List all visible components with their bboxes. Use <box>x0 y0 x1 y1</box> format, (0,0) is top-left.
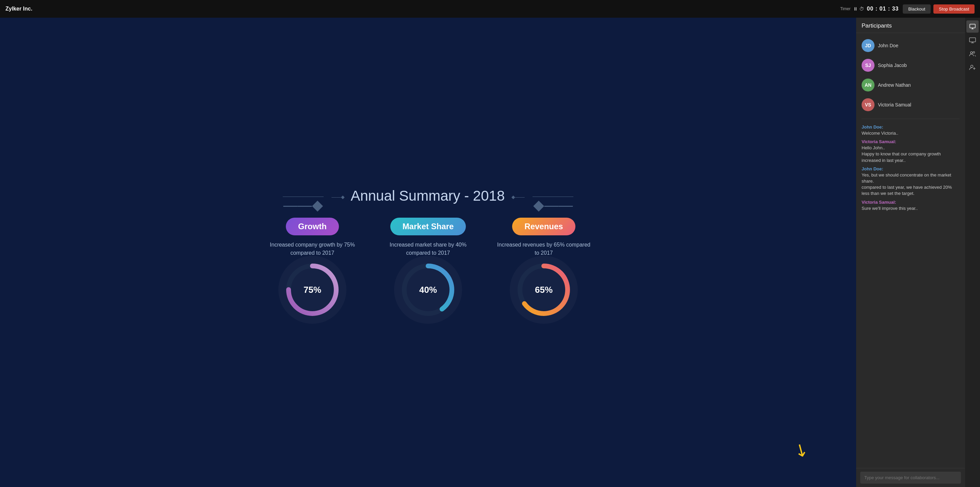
participants-header: Participants <box>856 18 965 33</box>
donut-label-0: 75% <box>304 285 321 295</box>
chat-message: Victoria Samual:Hello John..Happy to kno… <box>862 139 959 163</box>
chat-divider <box>862 119 959 119</box>
metric-card-market-share: Market ShareIncreased market share by 40… <box>380 218 476 317</box>
donut-label-1: 40% <box>419 285 437 295</box>
chat-text: Yes, but we should concentrate on the ma… <box>862 172 959 197</box>
side-icons <box>965 18 980 487</box>
participant-name: Andrew Nathan <box>878 82 911 88</box>
participant-avatar: SJ <box>862 59 875 72</box>
participant-avatar: JD <box>862 39 875 52</box>
chat-text: Welcome Victoria.. <box>862 130 959 136</box>
donut-label-2: 65% <box>535 285 553 295</box>
participant-avatar: AN <box>862 79 875 92</box>
chat-input[interactable] <box>860 472 961 484</box>
metric-desc-1: Increased market share by 40% compared t… <box>380 241 476 257</box>
participant-name: Sophia Jacob <box>878 63 907 68</box>
arrow-indicator: ↘ <box>790 438 812 462</box>
chat-message: John Doe:Yes, but we should concentrate … <box>862 166 959 197</box>
metrics-row: GrowthIncreased company growth by 75% co… <box>0 218 856 317</box>
slides-icon[interactable] <box>966 21 978 33</box>
chat-messages: John Doe:Welcome Victoria..Victoria Samu… <box>856 121 965 468</box>
add-person-icon[interactable] <box>966 61 978 73</box>
metric-desc-2: Increased revenues by 65% compared to 20… <box>496 241 592 257</box>
presentation-area: ——◆ Annual Summary - 2018 ◆—— GrowthIncr… <box>0 18 856 487</box>
svg-rect-9 <box>969 38 975 42</box>
timer-group: Timer ⏸ ⏱ 00 : 01 : 33 <box>840 6 899 12</box>
participant-item[interactable]: JDJohn Doe <box>856 36 965 56</box>
chat-input-area[interactable] <box>856 468 965 487</box>
timer-value: 00 : 01 : 33 <box>867 6 899 12</box>
slide-title: ——◆ Annual Summary - 2018 ◆—— <box>279 188 578 204</box>
donut-chart-1: 40% <box>401 263 455 317</box>
svg-point-12 <box>970 52 972 54</box>
metric-badge-2: Revenues <box>512 218 575 235</box>
chat-sender: John Doe: <box>862 166 959 171</box>
chat-sender: Victoria Samual: <box>862 200 959 205</box>
participant-item[interactable]: VSVictoria Samual <box>856 95 965 114</box>
screen-icon[interactable] <box>966 34 978 46</box>
chat-sender: John Doe: <box>862 124 959 130</box>
metric-card-revenues: RevenuesIncreased revenues by 65% compar… <box>496 218 592 317</box>
participants-list: JDJohn DoeSJSophia JacobANAndrew NathanV… <box>856 33 965 117</box>
donut-chart-2: 65% <box>517 263 571 317</box>
svg-point-13 <box>973 52 975 53</box>
metric-card-growth: GrowthIncreased company growth by 75% co… <box>265 218 360 317</box>
stop-broadcast-button[interactable]: Stop Broadcast <box>933 5 975 14</box>
participant-item[interactable]: ANAndrew Nathan <box>856 75 965 95</box>
chat-text: Sure we'll improve this year.. <box>862 205 959 211</box>
metric-badge-0: Growth <box>286 218 339 235</box>
metric-desc-0: Increased company growth by 75% compared… <box>265 241 360 257</box>
donut-chart-0: 75% <box>285 263 340 317</box>
reset-icon[interactable]: ⏱ <box>859 6 864 11</box>
svg-rect-6 <box>970 24 975 28</box>
chat-text: Hello John..Happy to know that our compa… <box>862 145 959 163</box>
metric-badge-1: Market Share <box>390 218 466 235</box>
chat-message: John Doe:Welcome Victoria.. <box>862 124 959 136</box>
participant-name: John Doe <box>878 43 898 48</box>
participant-avatar: VS <box>862 98 875 111</box>
people-icon[interactable] <box>966 48 978 60</box>
blackout-button[interactable]: Blackout <box>903 5 931 14</box>
chat-message: Victoria Samual:Sure we'll improve this … <box>862 200 959 211</box>
chat-sender: Victoria Samual: <box>862 139 959 144</box>
participant-item[interactable]: SJSophia Jacob <box>856 56 965 75</box>
pause-icon[interactable]: ⏸ <box>853 6 858 11</box>
participant-name: Victoria Samual <box>878 102 911 108</box>
timer-label: Timer <box>840 6 850 11</box>
app-logo: Zylker Inc. <box>5 6 840 12</box>
svg-point-14 <box>971 65 973 68</box>
